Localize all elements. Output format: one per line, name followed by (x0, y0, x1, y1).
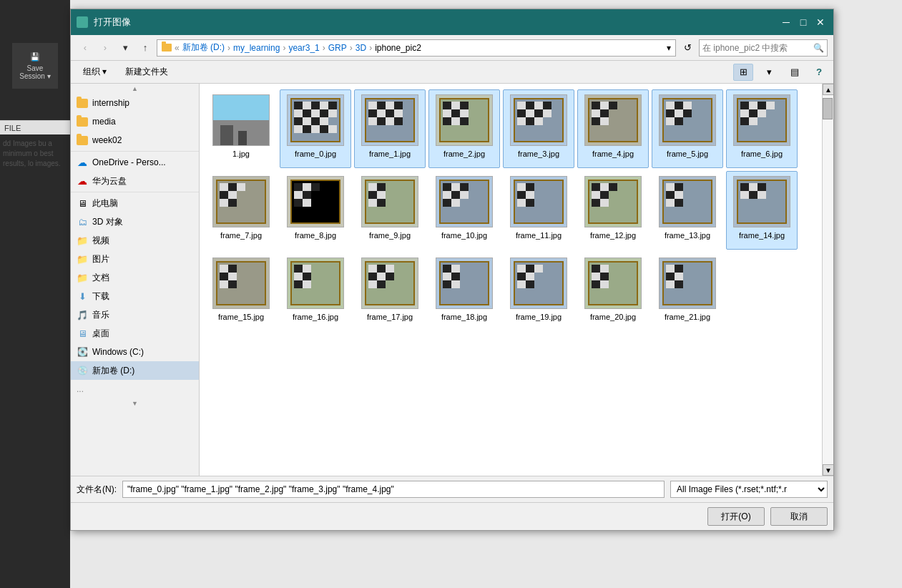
scroll-thumb[interactable] (823, 98, 833, 119)
sidebar-item-3d[interactable]: 🗂 3D 对象 (71, 212, 199, 231)
scroll-up-arrow[interactable]: ▲ (823, 84, 833, 95)
file-item-frame3[interactable]: frame_3.jpg (503, 89, 574, 168)
file-name-frame13: frame_13.jpg (665, 230, 710, 240)
file-thumbnail-frame4 (584, 94, 642, 146)
file-item-frame18[interactable]: frame_18.jpg (428, 253, 500, 331)
breadcrumb-bar[interactable]: « 新加卷 (D:) › my_learning › year3_1 › GRP… (157, 39, 676, 57)
sidebar-item-week02[interactable]: week02 (71, 131, 199, 150)
open-button[interactable]: 打开(O) (707, 507, 765, 526)
svg-rect-215 (675, 280, 683, 288)
file-item-frame13[interactable]: frame_13.jpg (652, 171, 723, 250)
file-item-frame7[interactable]: frame_7.jpg (205, 171, 277, 250)
view-dropdown-button[interactable]: ▾ (759, 64, 779, 81)
breadcrumb-year3[interactable]: year3_1 (288, 43, 319, 53)
file-item-frame11[interactable]: frame_11.jpg (503, 171, 574, 250)
file-item-frame5[interactable]: frame_5.jpg (652, 89, 723, 168)
file-label: FILE (0, 120, 70, 134)
refresh-button[interactable]: ↺ (679, 39, 696, 57)
up-button[interactable]: ↑ (137, 39, 154, 57)
file-item-frame15[interactable]: frame_15.jpg (205, 253, 277, 331)
chess-svg-13 (662, 180, 712, 224)
svg-rect-24 (386, 102, 394, 109)
svg-rect-91 (228, 183, 237, 191)
file-item-frame9[interactable]: frame_9.jpg (354, 171, 426, 250)
breadcrumb-my-learning[interactable]: my_learning (233, 43, 280, 53)
search-input[interactable] (702, 43, 810, 53)
sidebar-item-onedrive[interactable]: ☁ OneDrive - Perso... (71, 153, 199, 172)
file-item-frame4[interactable]: frame_4.jpg (577, 89, 649, 168)
sidebar-item-music[interactable]: 🎵 音乐 (71, 305, 199, 324)
sidebar-item-downloads[interactable]: ⬇ 下载 (71, 287, 199, 305)
file-item-frame2[interactable]: frame_2.jpg (428, 89, 500, 168)
sidebar-item-this-pc[interactable]: 🖥 此电脑 (71, 194, 199, 212)
sidebar-item-pictures[interactable]: 📁 图片 (71, 250, 199, 268)
file-item-frame8[interactable]: frame_8.jpg (280, 171, 351, 250)
scroll-down-arrow[interactable]: ▼ (823, 464, 833, 476)
file-item-frame10[interactable]: frame_10.jpg (428, 171, 500, 250)
file-item-frame14[interactable]: frame_14.jpg (726, 171, 798, 250)
svg-rect-72 (666, 109, 675, 117)
sidebar-item-xinjuan-d[interactable]: 💿 新加卷 (D:) (71, 361, 199, 380)
file-item-frame20[interactable]: frame_20.jpg (577, 253, 649, 331)
breadcrumb-3d[interactable]: 3D (356, 43, 366, 53)
file-item-1jpg[interactable]: 1.jpg (205, 89, 277, 168)
file-item-frame1[interactable]: frame_1.jpg (354, 89, 426, 168)
svg-rect-105 (303, 199, 311, 207)
cancel-button[interactable]: 取消 (770, 507, 828, 526)
svg-rect-69 (666, 102, 675, 109)
sidebar-item-video[interactable]: 📁 视频 (71, 231, 199, 250)
minimize-button[interactable]: ─ (779, 15, 793, 29)
file-item-frame16[interactable]: frame_16.jpg (280, 253, 351, 331)
sidebar-item-desktop[interactable]: 🖥 桌面 (71, 324, 199, 343)
file-item-frame19[interactable]: frame_19.jpg (503, 253, 574, 331)
file-item-frame12[interactable]: frame_12.jpg (577, 171, 649, 250)
svg-rect-7 (303, 109, 311, 117)
file-item-frame6[interactable]: frame_6.jpg (726, 89, 798, 168)
chess-svg-18 (439, 261, 489, 305)
svg-rect-207 (600, 280, 609, 288)
dialog-buttons: 打开(O) 取消 (71, 502, 833, 530)
close-button[interactable]: ✕ (813, 15, 828, 29)
sidebar-item-windows-c[interactable]: 💽 Windows (C:) (71, 343, 199, 361)
sidebar-item-documents[interactable]: 📁 文档 (71, 268, 199, 287)
breadcrumb-drive[interactable]: 新加卷 (D:) (182, 41, 225, 54)
sidebar-item-more[interactable]: ... (71, 380, 199, 398)
help-button[interactable]: ? (810, 64, 828, 81)
maximize-button[interactable]: □ (796, 15, 810, 29)
back-button[interactable]: ‹ (77, 39, 94, 57)
file-grid-wrapper: 1.jpg (200, 84, 833, 476)
file-name-frame18: frame_18.jpg (441, 312, 487, 322)
file-item-frame17[interactable]: frame_17.jpg (354, 253, 426, 331)
breadcrumb-grp[interactable]: GRP (328, 43, 347, 53)
file-thumbnail-frame18 (436, 258, 493, 309)
file-item-frame21[interactable]: frame_21.jpg (652, 253, 723, 331)
sidebar-scroll-down[interactable]: ▼ (71, 398, 199, 408)
svg-rect-33 (394, 117, 403, 125)
chess-svg-8 (290, 180, 340, 224)
filetype-select[interactable]: All Image Files (*.rset;*.ntf;*.r (670, 481, 828, 498)
sidebar-item-huawei[interactable]: ☁ 华为云盘 (71, 172, 199, 190)
file-grid-scrollbar[interactable]: ▲ ▼ (822, 84, 833, 476)
search-box: 🔍 (699, 39, 828, 57)
organize-button[interactable]: 组织 ▾ (77, 63, 113, 81)
drive-d-icon: 💿 (77, 365, 88, 376)
file-item-frame0[interactable]: frame_0.jpg (280, 89, 351, 168)
svg-rect-211 (675, 265, 683, 273)
filename-input[interactable] (122, 481, 665, 498)
save-session-button[interactable]: 💾 Save Session ▾ (12, 43, 58, 89)
view-toggle-button[interactable]: ⊞ (733, 64, 753, 81)
new-folder-button[interactable]: 新建文件夹 (119, 63, 175, 81)
forward-button[interactable]: › (97, 39, 114, 57)
svg-rect-76 (675, 117, 683, 125)
file-name-1jpg: 1.jpg (232, 149, 250, 159)
chess-svg-3 (514, 98, 564, 142)
file-thumbnail-frame20 (584, 258, 642, 309)
onedrive-icon: ☁ (77, 157, 88, 168)
pane-button[interactable]: ▤ (785, 64, 805, 81)
sidebar-item-media[interactable]: media (71, 112, 199, 131)
sidebar-scroll-up[interactable]: ▲ (71, 84, 199, 94)
dropdown-button[interactable]: ▾ (117, 39, 134, 57)
sidebar-item-internship[interactable]: internship (71, 94, 199, 112)
svg-rect-22 (368, 102, 377, 109)
svg-rect-49 (534, 102, 543, 109)
